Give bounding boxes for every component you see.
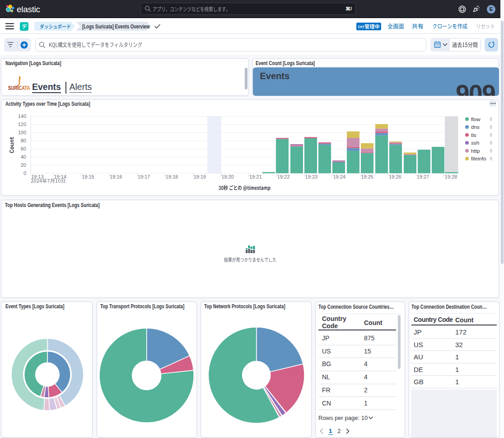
svg-text:0: 0 — [23, 170, 26, 176]
svg-text:dns: dns — [471, 124, 480, 130]
svg-text:19:16: 19:16 — [110, 174, 122, 179]
svg-text:http: http — [471, 148, 480, 154]
svg-text:80: 80 — [21, 138, 26, 143]
svg-text:ssh: ssh — [471, 140, 479, 146]
svg-text:tls: tls — [471, 132, 476, 138]
svg-text:100: 100 — [18, 130, 26, 135]
svg-text:flow: flow — [471, 116, 481, 122]
svg-text:120: 120 — [18, 122, 26, 127]
svg-text:SURICATA: SURICATA — [8, 85, 30, 92]
svg-text:19:14: 19:14 — [54, 174, 66, 179]
svg-text:19:27: 19:27 — [417, 174, 429, 179]
svg-text:19:26: 19:26 — [389, 174, 401, 179]
svg-text:19:15: 19:15 — [82, 174, 94, 179]
svg-text:40: 40 — [21, 154, 26, 160]
svg-text:19:28: 19:28 — [445, 174, 457, 179]
svg-text:140: 140 — [18, 113, 26, 119]
svg-text:19:21: 19:21 — [249, 174, 262, 179]
svg-text:fileinfo: fileinfo — [471, 155, 486, 161]
svg-text:20: 20 — [21, 162, 26, 168]
svg-text:19:25: 19:25 — [361, 174, 373, 179]
svg-text:19:22: 19:22 — [277, 174, 290, 179]
svg-text:60: 60 — [21, 146, 26, 151]
svg-text:19:23: 19:23 — [305, 174, 318, 179]
svg-text:19:20: 19:20 — [221, 174, 234, 179]
svg-text:19:24: 19:24 — [333, 174, 345, 179]
svg-text:19:17: 19:17 — [138, 174, 150, 179]
svg-text:19:18: 19:18 — [166, 174, 178, 179]
svg-text:19:19: 19:19 — [193, 174, 206, 179]
